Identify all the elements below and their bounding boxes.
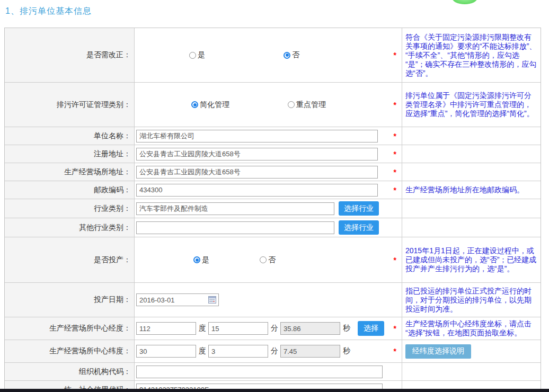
field-label: 单位名称：	[5, 127, 135, 145]
required-asterisk: *	[394, 132, 396, 140]
degree-unit-label: 度	[199, 324, 206, 333]
hint-text: 排污单位属于《固定污染源排污许可分类管理名录》中排污许可重点管理的，应选择“重点…	[402, 83, 541, 127]
latlng-help-button[interactable]: 经纬度选择说明	[405, 344, 471, 359]
hint-text: 生产经营场所中心经纬度坐标，请点击“选择”按钮，在地图页面拾取坐标。	[402, 317, 541, 340]
radio-icon[interactable]	[288, 101, 295, 108]
field-label: 组织机构代码：	[5, 363, 135, 380]
green-ellipse-decoration	[452, 0, 477, 4]
row-in-production: 是否投产： 是 否 * 2015年1月1日起，正在建设过程中，或已建成但尚未投产…	[5, 237, 541, 283]
row-longitude: 生产经营场所中心经度： 度 分 秒 选择 * 生产经营场所中心经纬度坐标，请点击…	[5, 317, 541, 340]
row-production-date: 投产日期： 指已投运的排污单位正式投产运行的时间，对于分期投运的排污单位，以先期…	[5, 283, 541, 317]
unit-name-input[interactable]	[136, 130, 378, 142]
bottom-dark-bar	[0, 389, 549, 392]
latitude-minute-input[interactable]	[208, 345, 268, 358]
select-industry-button[interactable]: 选择行业	[339, 201, 379, 216]
field-label: 排污许可证管理类别：	[5, 83, 135, 127]
hint-text: 指已投运的排污单位正式投产运行的时间，对于分期投运的排污单位，以先期投运时间为准…	[402, 283, 541, 317]
required-asterisk: *	[394, 101, 396, 109]
field-label: 邮政编码：	[5, 181, 135, 199]
field-label: 注册地址：	[5, 145, 135, 163]
hint-text	[402, 163, 541, 181]
other-industry-input[interactable]	[136, 221, 334, 234]
field-label: 生产经营场所中心纬度：	[5, 340, 135, 362]
row-latitude: 生产经营场所中心纬度： 度 分 秒 * 经纬度选择说明	[5, 340, 541, 363]
row-postal-code: 邮政编码： * 生产经营场所地址所在地邮政编码。	[5, 181, 541, 199]
required-asterisk: *	[394, 150, 396, 158]
radio-checked-icon[interactable]	[193, 256, 200, 263]
hint-text: 2015年1月1日起，正在建设过程中，或已建成但尚未投产的，选“否”；已经建成投…	[402, 237, 541, 282]
field-label: 是否需改正：	[5, 28, 135, 82]
required-asterisk: *	[394, 256, 396, 264]
field-label: 行业类别：	[5, 199, 135, 218]
hint-text	[402, 363, 541, 380]
longitude-degree-input[interactable]	[136, 322, 196, 335]
row-need-correction: 是否需改正： 是 否 * 符合《关于固定污染源排污限期整改有关事项的通知》要求的…	[5, 28, 541, 83]
field-label: 其他行业类别：	[5, 218, 135, 237]
mgmt-radio-simplified[interactable]: 简化管理	[191, 100, 229, 110]
row-mgmt-category: 排污许可证管理类别： 简化管理 重点管理 * 排污单位属于《固定污染源排污许可分…	[5, 83, 541, 127]
in-production-radio-no[interactable]: 否	[260, 255, 276, 265]
radio-icon[interactable]	[260, 256, 267, 263]
second-unit-label: 秒	[343, 346, 350, 356]
radio-checked-icon[interactable]	[284, 52, 290, 59]
longitude-minute-input[interactable]	[208, 322, 268, 335]
second-unit-label: 秒	[343, 324, 350, 333]
calendar-icon[interactable]	[208, 296, 216, 304]
hint-text	[402, 127, 541, 145]
field-label: 是否投产：	[5, 237, 135, 282]
mgmt-radio-key[interactable]: 重点管理	[288, 100, 326, 110]
field-label: 生产经营场所地址：	[5, 163, 135, 181]
org-code-input[interactable]	[136, 366, 383, 378]
select-other-industry-button[interactable]: 选择行业	[339, 220, 379, 235]
latitude-second-input[interactable]	[280, 345, 340, 358]
pick-coordinates-button[interactable]: 选择	[358, 321, 384, 336]
hint-text	[402, 145, 541, 163]
need-correction-radio-yes[interactable]: 是	[189, 50, 205, 60]
radio-checked-icon[interactable]	[191, 101, 198, 108]
basic-info-form-table: 是否需改正： 是 否 * 符合《关于固定污染源排污限期整改有关事项的通知》要求的…	[4, 28, 541, 392]
required-asterisk: *	[394, 324, 396, 333]
hint-text: 生产经营场所地址所在地邮政编码。	[402, 181, 541, 199]
required-asterisk: *	[394, 168, 396, 176]
required-asterisk: *	[394, 51, 396, 59]
minute-unit-label: 分	[271, 346, 278, 356]
in-production-radio-yes[interactable]: 是	[193, 255, 209, 265]
page-title: 1、排污单位基本信息	[5, 6, 92, 17]
reg-address-input[interactable]	[136, 148, 378, 161]
minute-unit-label: 分	[271, 324, 278, 333]
row-reg-address: 注册地址： *	[5, 145, 541, 163]
row-unit-name: 单位名称： *	[5, 127, 541, 145]
longitude-second-input[interactable]	[280, 322, 340, 335]
hint-text	[402, 218, 541, 237]
field-label: 生产经营场所中心经度：	[5, 317, 135, 340]
hint-text	[402, 199, 541, 218]
site-address-input[interactable]	[136, 166, 378, 179]
field-label: 投产日期：	[5, 283, 135, 317]
row-org-code: 组织机构代码：	[5, 363, 541, 381]
industry-input[interactable]	[136, 202, 334, 215]
required-asterisk: *	[394, 186, 396, 194]
row-site-address: 生产经营场所地址： *	[5, 163, 541, 181]
row-other-industry: 其他行业类别： 选择行业	[5, 218, 541, 237]
hint-text: 符合《关于固定污染源排污限期整改有关事项的通知》要求的“不能达标排放”、“手续不…	[402, 28, 541, 82]
row-industry: 行业类别： 选择行业	[5, 199, 541, 218]
required-asterisk: *	[394, 347, 396, 355]
postal-code-input[interactable]	[136, 184, 378, 197]
radio-icon[interactable]	[189, 52, 196, 59]
latitude-degree-input[interactable]	[136, 345, 196, 358]
need-correction-radio-no[interactable]: 否	[284, 50, 299, 60]
degree-unit-label: 度	[199, 346, 206, 356]
production-date-input[interactable]	[136, 293, 219, 306]
